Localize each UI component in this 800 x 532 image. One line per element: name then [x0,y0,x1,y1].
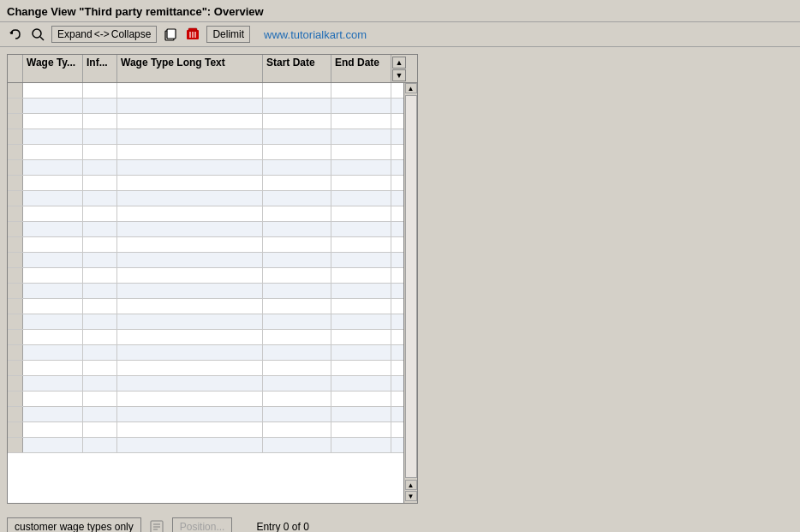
table-cell[interactable] [117,129,263,144]
table-cell[interactable] [83,129,117,144]
table-row[interactable] [8,114,403,129]
scroll-pgup-btn[interactable]: ▲ [405,480,417,490]
table-cell[interactable] [83,268,117,283]
table-cell[interactable] [331,114,391,129]
table-row[interactable] [8,206,403,222]
table-cell[interactable] [117,191,263,206]
table-cell[interactable] [117,160,263,175]
scroll-down-btn[interactable]: ▼ [392,69,406,81]
table-row[interactable] [8,392,403,407]
table-cell[interactable] [83,160,117,175]
table-cell[interactable] [263,361,331,375]
table-cell[interactable] [23,376,83,391]
delete-icon[interactable] [184,26,201,43]
table-row[interactable] [8,222,403,237]
table-row[interactable] [8,314,403,330]
table-cell[interactable] [263,268,331,283]
table-cell[interactable] [83,392,117,406]
copy-icon[interactable] [162,26,179,43]
table-row[interactable] [8,422,403,438]
table-cell[interactable] [263,160,331,175]
table-row[interactable] [8,407,403,422]
table-cell[interactable] [83,237,117,252]
delimit-btn[interactable]: Delimit [206,26,250,43]
table-cell[interactable] [83,114,117,129]
table-cell[interactable] [263,222,331,236]
table-cell[interactable] [23,422,83,437]
table-cell[interactable] [263,129,331,144]
table-cell[interactable] [263,330,331,344]
table-cell[interactable] [23,160,83,175]
table-cell[interactable] [117,284,263,298]
table-row[interactable] [8,83,403,99]
table-row[interactable] [8,268,403,284]
table-cell[interactable] [83,376,117,391]
table-cell[interactable] [263,284,331,298]
table-cell[interactable] [83,83,117,98]
vertical-scrollbar[interactable]: ▲ ▲ ▼ [403,83,417,503]
table-cell[interactable] [23,268,83,283]
table-cell[interactable] [23,222,83,236]
table-row[interactable] [8,299,403,314]
table-cell[interactable] [23,314,83,329]
table-cell[interactable] [83,299,117,314]
table-row[interactable] [8,330,403,345]
table-cell[interactable] [117,206,263,221]
table-cell[interactable] [23,361,83,375]
table-cell[interactable] [83,191,117,206]
expand-btn[interactable]: Expand <-> Collapse [51,26,157,43]
table-cell[interactable] [83,145,117,159]
table-cell[interactable] [117,222,263,236]
table-cell[interactable] [83,176,117,190]
table-row[interactable] [8,237,403,253]
table-cell[interactable] [117,345,263,360]
table-cell[interactable] [117,237,263,252]
scroll-top-btn[interactable]: ▲ [405,83,417,93]
table-cell[interactable] [23,83,83,98]
table-cell[interactable] [263,376,331,391]
table-cell[interactable] [263,206,331,221]
table-cell[interactable] [331,376,391,391]
table-cell[interactable] [23,176,83,190]
table-row[interactable] [8,129,403,145]
table-cell[interactable] [263,145,331,159]
position-btn[interactable]: Position... [172,517,233,532]
table-cell[interactable] [263,176,331,190]
table-cell[interactable] [83,422,117,437]
table-cell[interactable] [263,237,331,252]
table-cell[interactable] [331,206,391,221]
table-cell[interactable] [117,407,263,421]
table-cell[interactable] [83,253,117,267]
table-cell[interactable] [117,422,263,437]
table-row[interactable] [8,253,403,268]
table-cell[interactable] [331,407,391,421]
table-cell[interactable] [117,114,263,129]
table-cell[interactable] [83,222,117,236]
table-cell[interactable] [331,361,391,375]
table-cell[interactable] [23,253,83,267]
table-cell[interactable] [263,422,331,437]
table-cell[interactable] [23,330,83,344]
table-cell[interactable] [83,438,117,452]
scroll-up-btn[interactable]: ▲ [392,57,406,69]
scroll-track[interactable] [405,95,417,478]
table-cell[interactable] [23,191,83,206]
table-cell[interactable] [331,222,391,236]
table-cell[interactable] [23,99,83,113]
table-cell[interactable] [331,129,391,144]
table-cell[interactable] [331,284,391,298]
table-cell[interactable] [23,407,83,421]
table-cell[interactable] [331,99,391,113]
table-cell[interactable] [83,330,117,344]
table-cell[interactable] [331,145,391,159]
table-cell[interactable] [23,129,83,144]
table-row[interactable] [8,99,403,114]
table-cell[interactable] [331,253,391,267]
table-cell[interactable] [263,83,331,98]
undo-icon[interactable] [7,26,24,43]
table-cell[interactable] [263,407,331,421]
table-cell[interactable] [263,438,331,452]
table-row[interactable] [8,176,403,191]
table-row[interactable] [8,145,403,160]
table-cell[interactable] [83,345,117,360]
